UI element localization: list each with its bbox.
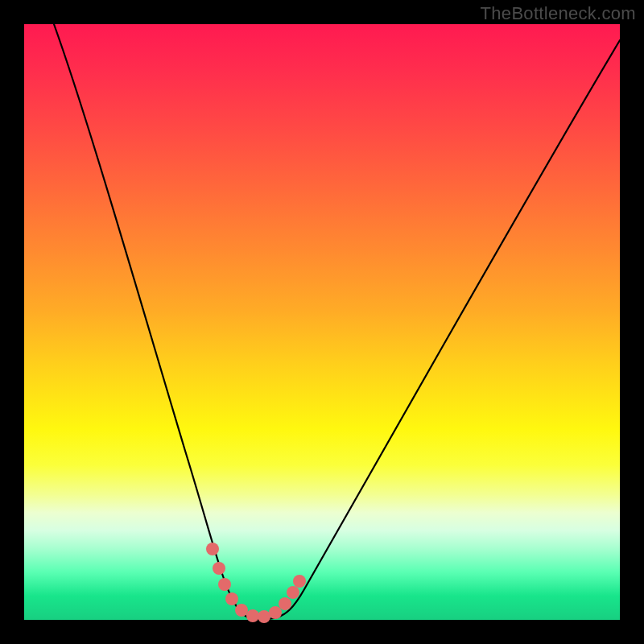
svg-point-5 <box>246 609 259 622</box>
bottleneck-curve <box>54 24 620 620</box>
svg-point-6 <box>258 610 270 623</box>
chart-frame: TheBottleneck.com <box>0 0 644 644</box>
svg-point-9 <box>287 586 299 599</box>
svg-point-10 <box>293 575 306 588</box>
svg-point-2 <box>218 578 231 591</box>
svg-point-0 <box>206 543 219 555</box>
svg-point-1 <box>213 562 225 575</box>
svg-point-7 <box>269 606 282 619</box>
svg-point-3 <box>225 592 238 605</box>
highlight-dots <box>206 543 306 623</box>
svg-point-8 <box>279 597 291 610</box>
chart-svg <box>24 24 620 620</box>
plot-area <box>24 24 620 620</box>
watermark-text: TheBottleneck.com <box>481 3 636 24</box>
svg-point-4 <box>235 604 248 617</box>
